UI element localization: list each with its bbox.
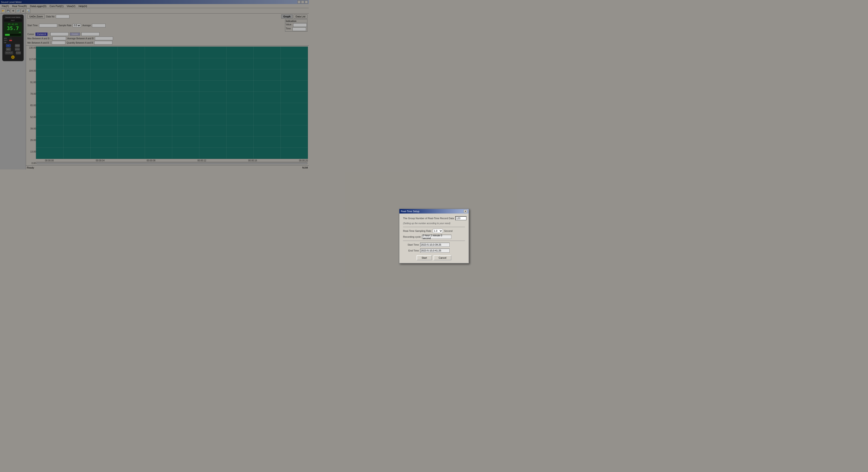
modal-overlay: Real-Time Setup ✕ The Group Number of Re… [0, 0, 309, 174]
